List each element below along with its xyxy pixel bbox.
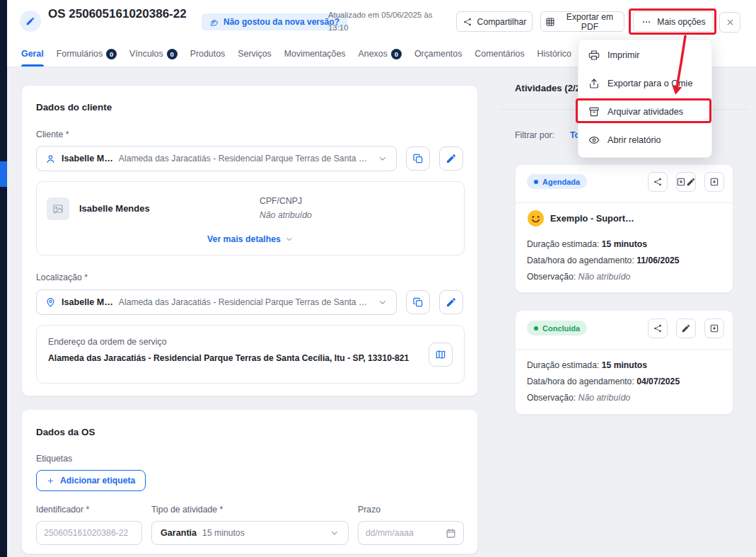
os-data-card: Dados da OS Etiquetas Adicionar etiqueta… — [21, 409, 478, 554]
cpf-label: CPF/CNPJ — [260, 196, 302, 206]
tab-vinculos[interactable]: Vínculos0 — [129, 41, 178, 67]
archive-icon — [588, 106, 600, 117]
client-summary-card: Isabelle Mendes CPF/CNPJ Não atribuído V… — [36, 181, 465, 255]
archive-activity-icon — [709, 323, 719, 333]
activity-title: Exemplo - Suport… — [550, 213, 634, 224]
pencil-icon — [676, 177, 686, 187]
share-activity-button[interactable] — [648, 318, 668, 338]
tipo-atividade-label: Tipo de atividade * — [151, 505, 223, 515]
add-etiqueta-button[interactable]: Adicionar etiqueta — [36, 470, 146, 491]
share-label: Compartilhar — [477, 17, 527, 27]
edit-activity-button[interactable] — [676, 318, 696, 338]
edit-os-button[interactable] — [20, 11, 41, 32]
status-badge: Agendada — [527, 174, 587, 189]
status-label: Agendada — [542, 178, 580, 186]
nav-active-indicator — [0, 161, 7, 187]
export-pdf-button[interactable]: Exportar em PDF — [540, 11, 624, 32]
prazo-label: Prazo — [358, 505, 380, 515]
pencil-icon — [681, 323, 691, 333]
activity-card: Concluída Duração estimada: 15 minutos D… — [515, 310, 733, 415]
pencil-icon — [446, 297, 457, 308]
tab-geral[interactable]: Geral — [21, 41, 44, 67]
cliente-select[interactable]: Isabelle M… Alameda das Jaracatiás - Res… — [36, 146, 397, 171]
copy-icon — [412, 297, 424, 308]
tab-produtos[interactable]: Produtos — [190, 41, 226, 67]
share-icon — [463, 17, 472, 27]
add-etiqueta-label: Adicionar etiqueta — [60, 476, 135, 486]
share-icon — [653, 177, 663, 187]
duracao-line: Duração estimada: 15 minutos — [527, 360, 647, 370]
more-options-icon — [641, 17, 652, 27]
ver-mais-detalhes-link[interactable]: Ver mais detalhes — [37, 234, 464, 244]
more-options-button[interactable]: Mais opções — [633, 11, 714, 32]
client-data-card: Dados do cliente Cliente * Isabelle M… A… — [21, 85, 478, 396]
endereco-label: Endereço da ordem de serviço — [48, 337, 166, 347]
status-badge: Concluída — [527, 321, 587, 335]
tab-historico[interactable]: Histórico — [537, 41, 571, 67]
duracao-line: Duração estimada: 15 minutos — [527, 239, 647, 249]
updated-line-2: 13:10 — [328, 22, 455, 35]
more-options-label: Mais opções — [657, 17, 705, 27]
plus-icon — [47, 477, 54, 485]
service-order-window: OS 250605161020386-22 Não gostou da nova… — [0, 0, 756, 557]
cliente-address: Alameda das Jaracatiás - Residencial Par… — [119, 154, 372, 163]
map-icon — [435, 349, 446, 360]
card-title: Dados da OS — [36, 427, 95, 437]
tab-formularios[interactable]: Formulários0 — [57, 41, 117, 67]
tab-servicos[interactable]: Serviços — [238, 41, 272, 67]
menu-item-abrir-relatorio[interactable]: Abrir relatório — [578, 126, 711, 154]
endereco-card: Endereço da ordem de serviço Alameda das… — [36, 325, 465, 384]
updated-timestamp: Atualizado em 05/06/2025 às 13:10 — [328, 9, 455, 34]
pencil-icon — [686, 177, 696, 187]
feedback-button[interactable]: Não gostou da nova versão? — [202, 13, 347, 30]
copy-localizacao-button[interactable] — [406, 290, 430, 314]
archive-activity-button[interactable] — [704, 318, 724, 338]
edit-cliente-button[interactable] — [439, 147, 463, 171]
export-omie-icon — [588, 78, 600, 89]
filter-label: Filtrar por: — [515, 130, 554, 140]
share-button[interactable]: Compartilhar — [456, 11, 533, 32]
calendar-icon — [446, 528, 456, 539]
prazo-input[interactable]: dd/mm/aaaa — [358, 521, 464, 545]
chevron-down-icon — [378, 154, 388, 163]
open-map-button[interactable] — [429, 343, 453, 367]
localizacao-select[interactable]: Isabelle M… Alameda das Jaracatiás - Res… — [36, 289, 397, 315]
close-button[interactable] — [719, 12, 740, 33]
map-pin-icon — [45, 297, 56, 308]
menu-item-arquivar-atividades[interactable]: Arquivar atividades — [578, 98, 711, 126]
page-title: OS 250605161020386-22 — [48, 6, 193, 22]
copy-icon — [412, 153, 424, 164]
cliente-label: Cliente * — [36, 130, 69, 139]
endereco-value: Alameda das Jaracatiás - Residencial Par… — [48, 353, 426, 363]
tab-anexos[interactable]: Anexos0 — [359, 41, 402, 67]
avatar-face-icon — [527, 209, 545, 227]
menu-item-imprimir[interactable]: Imprimir — [578, 41, 711, 69]
atividades-title: Atividades (2/2) — [515, 83, 583, 93]
image-placeholder-icon — [52, 203, 64, 214]
tab-comentarios[interactable]: Comentários — [475, 41, 524, 67]
identificador-value: 250605161020386-22 — [44, 528, 128, 538]
menu-item-exportar-omie[interactable]: Exportar para o Omie — [578, 69, 711, 98]
tab-orcamentos[interactable]: Orçamentos — [414, 41, 462, 67]
status-dot — [534, 326, 538, 331]
prazo-placeholder: dd/mm/aaaa — [366, 528, 414, 538]
printer-icon — [588, 50, 600, 61]
archive-activity-button[interactable] — [704, 172, 724, 192]
edit-localizacao-button[interactable] — [439, 290, 463, 314]
tab-count-badge: 0 — [106, 49, 117, 59]
tab-movimentacoes[interactable]: Movimentações — [284, 41, 346, 67]
left-nav-rail[interactable] — [0, 0, 7, 557]
tipo-atividade-select[interactable]: Garantia 15 minutos — [151, 521, 349, 545]
share-activity-button[interactable] — [648, 172, 668, 192]
copy-cliente-button[interactable] — [406, 147, 430, 171]
tab-count-badge: 0 — [391, 49, 402, 59]
data-agendamento-line: Data/hora do agendamento: 11/06/2025 — [527, 255, 680, 265]
chevron-down-icon — [285, 235, 293, 243]
localizacao-label: Localização * — [36, 272, 88, 282]
edit-activity-button[interactable] — [676, 172, 696, 192]
avatar — [527, 209, 545, 227]
pencil-icon — [25, 16, 35, 26]
identificador-input[interactable]: 250605161020386-22 — [36, 521, 142, 545]
client-photo-placeholder — [47, 197, 69, 220]
chevron-down-icon — [378, 297, 388, 307]
